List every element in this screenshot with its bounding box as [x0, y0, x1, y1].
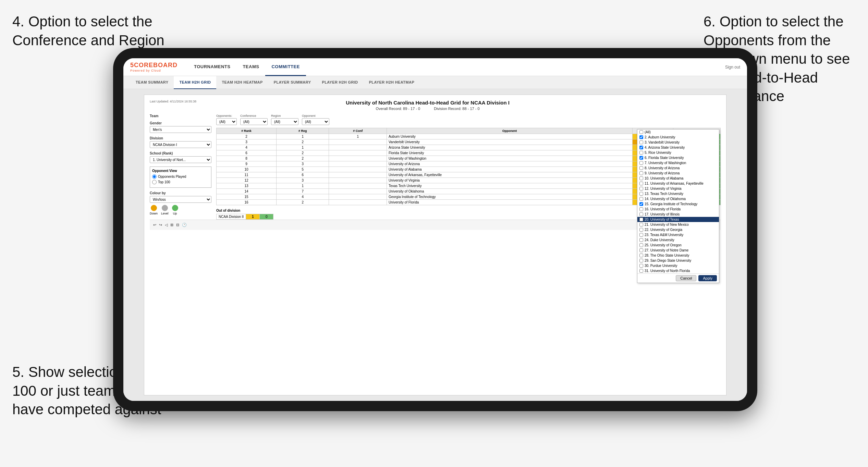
panel-title: University of North Carolina Head-to-Hea…	[196, 100, 659, 111]
toolbar-redo[interactable]: ↪	[159, 223, 162, 227]
nav-bar: 5COREBOARD Powered by Cloud TOURNAMENTS …	[123, 58, 747, 76]
dropdown-item[interactable]: 23. Texas A&M University	[637, 232, 719, 237]
cell-conf	[329, 167, 387, 172]
dropdown-item[interactable]: 24. Duke University	[637, 237, 719, 243]
nav-tournaments[interactable]: TOURNAMENTS	[188, 58, 236, 76]
legend-row: Down Level Up	[150, 205, 211, 215]
dropdown-item[interactable]: 22. University of Georgia	[637, 227, 719, 232]
toolbar-back[interactable]: ◁	[165, 223, 168, 227]
dropdown-item[interactable]: 28. The Ohio State University	[637, 253, 719, 258]
dropdown-item[interactable]: 6. Florida State University	[637, 155, 719, 160]
sub-nav-team-h2h-grid[interactable]: TEAM H2H GRID	[174, 76, 216, 89]
cell-conf	[329, 183, 387, 189]
dropdown-item[interactable]: 15. Georgia Institute of Technology	[637, 201, 719, 207]
dropdown-apply[interactable]: Apply	[698, 275, 717, 281]
opponents-select[interactable]: (All)	[216, 118, 237, 125]
opponent-dropdown[interactable]: (All) 2. Auburn University 3. Vanderbilt…	[637, 129, 719, 283]
dropdown-item[interactable]: 25. University of Oregon	[637, 243, 719, 248]
nav-links: TOURNAMENTS TEAMS COMMITTEE	[188, 58, 725, 76]
panel-main-title: University of North Carolina Head-to-Hea…	[196, 100, 659, 106]
cell-reg: 2	[277, 156, 329, 161]
dropdown-item-label: 10. University of Alabama	[645, 176, 683, 180]
dropdown-item[interactable]: 2. Auburn University	[637, 135, 719, 140]
sub-nav-team-summary[interactable]: TEAM SUMMARY	[130, 76, 174, 89]
dropdown-item[interactable]: 13. Texas Tech University	[637, 191, 719, 196]
region-select[interactable]: (All)	[271, 118, 298, 125]
school-label: School (Rank)	[150, 151, 211, 155]
dropdown-item-label: 3. Vanderbilt University	[645, 140, 680, 144]
cell-opponent: Florida State University	[387, 150, 632, 156]
colour-by-select[interactable]: Win/loss	[150, 196, 211, 203]
cell-reg: 7	[277, 189, 329, 194]
conference-select[interactable]: (All)	[240, 118, 268, 125]
cell-conf	[329, 150, 387, 156]
dropdown-item[interactable]: 8. University of Arizona	[637, 165, 719, 171]
opponents-filter-group: Opponents: (All)	[216, 114, 237, 125]
dropdown-item[interactable]: 5. Rice University	[637, 150, 719, 155]
panel-records: Overall Record: 89 - 17 - 0 Division Rec…	[196, 107, 659, 111]
dropdown-item[interactable]: 17. University of Illinois	[637, 212, 719, 217]
nav-teams[interactable]: TEAMS	[236, 58, 265, 76]
dropdown-cancel[interactable]: Cancel	[676, 275, 696, 281]
cell-rank: 6	[217, 150, 277, 156]
panel-header: Last Updated: 4/11/2024 16:55:38 Univers…	[150, 100, 721, 111]
logo-sub: Powered by Cloud	[130, 69, 178, 72]
dropdown-item[interactable]: 29. San Diego State University	[637, 258, 719, 263]
logo: 5COREBOARD Powered by Cloud	[130, 62, 178, 72]
toolbar-copy[interactable]: ⊞	[170, 223, 173, 227]
toolbar-clock[interactable]: 🕐	[182, 223, 187, 227]
dropdown-item[interactable]: 21. University of New Mexico	[637, 222, 719, 227]
sub-nav-player-summary[interactable]: PLAYER SUMMARY	[268, 76, 317, 89]
dropdown-item-label: 30. Purdue University	[645, 264, 677, 268]
dropdown-item[interactable]: 20. University of Texas	[637, 217, 719, 222]
toolbar-menu[interactable]: ⊟	[176, 223, 179, 227]
radio-top100[interactable]: Top 100	[152, 180, 209, 184]
radio-opponents-played[interactable]: Opponents Played	[152, 174, 209, 179]
nav-committee[interactable]: COMMITTEE	[265, 58, 306, 76]
out-div-loss: 0	[260, 214, 273, 220]
cell-rank: 10	[217, 167, 277, 172]
dropdown-item[interactable]: 7. University of Washington	[637, 160, 719, 165]
dropdown-item[interactable]: 3. Vanderbilt University	[637, 140, 719, 145]
dropdown-item[interactable]: 12. University of Virginia	[637, 186, 719, 191]
dropdown-item[interactable]: 4. Arizona State University	[637, 145, 719, 150]
cell-rank: 13	[217, 183, 277, 189]
dropdown-item[interactable]: 11. University of Arkansas, Fayetteville	[637, 181, 719, 186]
colour-by-box: Colour by Win/loss Down	[150, 191, 211, 215]
opponent-view-title: Opponent View	[152, 169, 209, 173]
legend-level-dot	[162, 205, 168, 211]
dropdown-item[interactable]: 14. University of Oklahoma	[637, 196, 719, 201]
school-select[interactable]: 1. University of Nort...	[150, 156, 211, 163]
cell-rank: 15	[217, 194, 277, 200]
division-select[interactable]: NCAA Division I	[150, 141, 211, 148]
dropdown-item[interactable]: (All)	[637, 130, 719, 135]
cell-conf: 1	[329, 134, 387, 139]
sub-nav-team-h2h-heatmap[interactable]: TEAM H2H HEATMAP	[216, 76, 268, 89]
gender-group: Gender Men's	[150, 121, 211, 133]
cell-reg: 6	[277, 172, 329, 178]
dropdown-item-label: 15. Georgia Institute of Technology	[645, 202, 697, 206]
dropdown-item[interactable]: 30. Purdue University	[637, 263, 719, 268]
sub-nav-player-h2h-heatmap[interactable]: PLAYER H2H HEATMAP	[364, 76, 420, 89]
opponent-select[interactable]: (All)	[302, 118, 329, 125]
tablet: 5COREBOARD Powered by Cloud TOURNAMENTS …	[113, 48, 757, 411]
nav-sign-out[interactable]: Sign out	[725, 65, 740, 70]
dropdown-item[interactable]: 9. University of Arizona	[637, 171, 719, 176]
cell-rank: 8	[217, 156, 277, 161]
dropdown-item[interactable]: 27. University of Notre Dame	[637, 248, 719, 253]
toolbar-undo[interactable]: ↩	[153, 223, 156, 227]
dropdown-item-label: 21. University of New Mexico	[645, 223, 689, 226]
dropdown-item-label: 20. University of Texas	[645, 218, 679, 221]
dropdown-item[interactable]: 16. University of Florida	[637, 207, 719, 212]
gender-select[interactable]: Men's	[150, 126, 211, 133]
cell-conf	[329, 178, 387, 183]
legend-up: Up	[172, 205, 178, 215]
out-div-name: NCAA Division II	[217, 214, 246, 220]
dropdown-item[interactable]: 10. University of Alabama	[637, 176, 719, 181]
sub-nav-player-h2h-grid[interactable]: PLAYER H2H GRID	[316, 76, 363, 89]
cell-conf	[329, 194, 387, 200]
dropdown-item-label: 23. Texas A&M University	[645, 233, 683, 237]
col-reg: # Reg	[277, 128, 329, 134]
dropdown-item-label: 6. Florida State University	[645, 156, 684, 160]
dropdown-item[interactable]: 31. University of North Florida	[637, 268, 719, 273]
